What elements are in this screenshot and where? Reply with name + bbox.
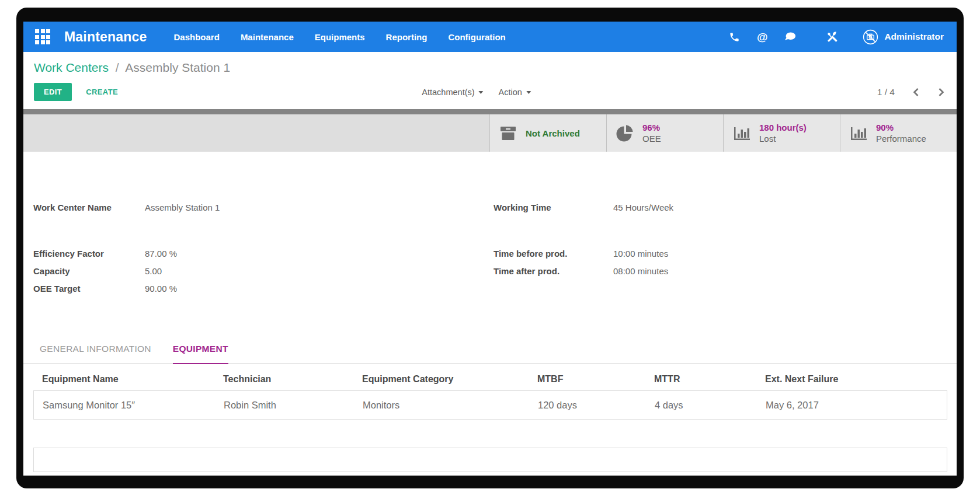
cell-mttr: 4 days — [655, 400, 766, 411]
user-name: Administrator — [884, 32, 944, 42]
menu-item-dashboard[interactable]: Dashboard — [174, 32, 220, 42]
apps-grid-icon[interactable] — [35, 29, 50, 44]
empty-note-box — [33, 448, 947, 472]
breadcrumb: Work Centers / Assembly Station 1 — [34, 61, 945, 75]
breadcrumb-work-centers[interactable]: Work Centers — [34, 61, 109, 74]
field-label-efficiency-factor: Efficiency Factor — [33, 249, 145, 259]
field-value-work-center-name: Assembly Station 1 — [145, 202, 220, 212]
control-panel: Work Centers / Assembly Station 1 EDIT C… — [23, 52, 957, 109]
menu-item-equipments[interactable]: Equipments — [315, 32, 365, 42]
table-row[interactable]: Samsung Monitor 15″ Robin Smith Monitors… — [33, 390, 947, 420]
status-divider-bar — [23, 109, 957, 114]
stat-oee-value: 96% — [642, 122, 661, 134]
main-menu: Dashboard Maintenance Equipments Reporti… — [174, 32, 506, 42]
stat-performance-label: Performance — [876, 133, 926, 145]
chevron-down-icon — [526, 91, 531, 94]
col-ext-next-failure: Ext. Next Failure — [765, 374, 947, 385]
bar-chart-icon — [733, 125, 752, 141]
stat-button-lost[interactable]: 180 hour(s) Lost — [723, 114, 840, 152]
sidebar-dropdowns: Attachment(s) Action — [422, 88, 531, 97]
stat-oee-label: OEE — [642, 133, 661, 145]
chat-bubble-icon[interactable] — [784, 31, 796, 43]
cell-equipment-category: Monitors — [363, 400, 538, 411]
chevron-down-icon — [479, 91, 484, 94]
field-label-working-time: Working Time — [494, 202, 613, 212]
field-value-time-before-prod: 10:00 minutes — [613, 249, 668, 259]
equipment-table: Equipment Name Technician Equipment Cate… — [33, 368, 947, 420]
menu-item-configuration[interactable]: Configuration — [448, 32, 505, 42]
action-dropdown[interactable]: Action — [499, 88, 531, 97]
menu-item-reporting[interactable]: Reporting — [386, 32, 428, 42]
pager: 1 / 4 — [877, 87, 945, 97]
tools-icon[interactable] — [826, 31, 838, 43]
field-label-oee-target: OEE Target — [33, 284, 145, 294]
stat-archived-label: Not Archived — [526, 128, 580, 138]
col-mtbf: MTBF — [537, 374, 654, 385]
equipment-table-header: Equipment Name Technician Equipment Cate… — [33, 368, 947, 390]
field-label-capacity: Capacity — [33, 266, 145, 276]
stat-lost-value: 180 hour(s) — [759, 122, 807, 134]
tab-equipment[interactable]: EQUIPMENT — [173, 344, 228, 364]
tab-general-information[interactable]: GENERAL INFORMATION — [40, 344, 151, 364]
breadcrumb-current: Assembly Station 1 — [125, 61, 230, 74]
pager-previous-icon[interactable] — [912, 88, 920, 97]
cell-mtbf: 120 days — [538, 400, 655, 411]
app-title[interactable]: Maintenance — [64, 29, 147, 45]
notebook-tabs: GENERAL INFORMATION EQUIPMENT — [23, 344, 957, 364]
app-screen: Maintenance Dashboard Maintenance Equipm… — [23, 22, 957, 476]
create-button[interactable]: CREATE — [86, 88, 118, 96]
stat-button-oee[interactable]: 96% OEE — [606, 114, 723, 152]
stat-performance-value: 90% — [876, 122, 926, 134]
field-value-time-after-prod: 08:00 minutes — [613, 266, 668, 276]
form-left-column: Work Center Name Assembly Station 1 Effi… — [33, 198, 442, 297]
top-navbar: Maintenance Dashboard Maintenance Equipm… — [23, 22, 957, 52]
device-frame: Maintenance Dashboard Maintenance Equipm… — [16, 8, 964, 488]
archive-box-icon — [499, 125, 518, 141]
field-value-capacity: 5.00 — [145, 266, 162, 276]
field-value-working-time: 45 Hours/Week — [613, 202, 673, 212]
cell-technician: Robin Smith — [224, 400, 363, 411]
form-sheet: Work Center Name Assembly Station 1 Effi… — [23, 152, 957, 472]
bar-chart-icon — [850, 125, 868, 141]
breadcrumb-separator: / — [112, 61, 123, 74]
stat-button-archived[interactable]: Not Archived — [489, 114, 606, 152]
avatar-no-image-icon — [863, 29, 878, 45]
field-label-time-before-prod: Time before prod. — [494, 249, 613, 259]
col-mttr: MTTR — [654, 374, 765, 385]
form-right-column: Working Time 45 Hours/Week Time before p… — [494, 198, 902, 280]
field-value-efficiency-factor: 87.00 % — [145, 249, 177, 259]
col-equipment-category: Equipment Category — [362, 374, 537, 385]
field-label-work-center-name: Work Center Name — [33, 202, 145, 212]
stat-button-strip: Not Archived 96% OEE — [23, 114, 957, 152]
col-equipment-name: Equipment Name — [42, 374, 223, 385]
cell-equipment-name: Samsung Monitor 15″ — [43, 400, 224, 411]
email-at-icon[interactable]: @ — [756, 31, 768, 43]
menu-item-maintenance[interactable]: Maintenance — [241, 32, 294, 42]
phone-icon[interactable] — [728, 31, 740, 43]
field-label-time-after-prod: Time after prod. — [494, 266, 613, 276]
user-menu[interactable]: Administrator — [863, 29, 944, 45]
pager-next-icon[interactable] — [937, 88, 945, 97]
cell-ext-next-failure: May 6, 2017 — [766, 400, 947, 411]
navbar-right: @ — [728, 29, 944, 45]
attachments-dropdown[interactable]: Attachment(s) — [422, 88, 483, 97]
pager-value[interactable]: 1 / 4 — [877, 87, 895, 97]
stat-button-performance[interactable]: 90% Performance — [840, 114, 957, 152]
pie-chart-icon — [616, 124, 635, 142]
edit-button[interactable]: EDIT — [34, 83, 72, 101]
field-value-oee-target: 90.00 % — [145, 284, 177, 294]
control-panel-buttons: EDIT CREATE Attachment(s) Action 1 / 4 — [34, 82, 945, 102]
col-technician: Technician — [223, 374, 362, 385]
stat-lost-label: Lost — [759, 133, 807, 145]
